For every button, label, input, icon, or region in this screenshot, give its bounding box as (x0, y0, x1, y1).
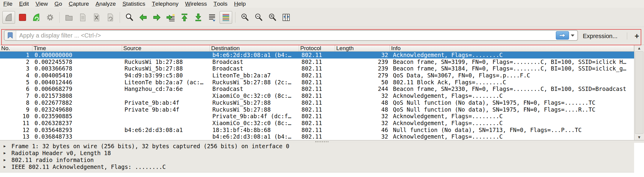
cell-source (122, 120, 210, 127)
go-to-bottom-button[interactable] (192, 11, 205, 24)
column-header-time[interactable]: Time (32, 45, 122, 51)
detail-line[interactable]: ▶802.11 radio information (0, 157, 634, 164)
cell-destination: RuckusWi_5b:27:88 (210, 99, 299, 106)
auto-scroll-button[interactable] (206, 11, 218, 24)
zoom-reset-button[interactable] (266, 11, 279, 24)
cell-protocol: 802.11 (299, 99, 335, 106)
zoom-out-button[interactable] (252, 11, 265, 24)
cell-info: Beacon frame, SN=3199, FN=0, Flags=.....… (390, 58, 634, 65)
column-header-no[interactable]: No. (0, 45, 32, 51)
column-header-info[interactable]: Info (390, 45, 634, 51)
cell-no: 11 (0, 120, 32, 127)
toolbar-separator (235, 12, 235, 23)
pane-splitter[interactable] (0, 140, 644, 143)
packet-row-1[interactable]: 10.000000000b4:e6:2d:d3:08:a1 (b4:…802.1… (0, 52, 634, 58)
column-header-protocol[interactable]: Protocol (299, 45, 335, 51)
restart-capture-button[interactable] (30, 11, 43, 24)
go-forward-button[interactable] (151, 11, 163, 24)
close-file-button[interactable] (90, 11, 103, 24)
cell-destination: b4:e6:2d:d3:08:a1 (b4:… (210, 133, 299, 140)
cell-source: LiteonTe_bb:2a:a7 (ac:… (122, 79, 210, 86)
detail-line[interactable]: ▶IEEE 802.11 Acknowledgement, Flags: ...… (0, 164, 634, 170)
filter-history-caret[interactable] (571, 34, 574, 37)
menu-view[interactable]: View (32, 0, 51, 8)
cell-length: 50 (335, 79, 390, 86)
reload-file-button[interactable] (104, 11, 117, 24)
packet-row-2[interactable]: 20.002245578RuckusWi_1b:27:88Broadcast80… (0, 58, 634, 65)
start-capture-button[interactable] (2, 11, 15, 24)
cell-no: 13 (0, 133, 32, 140)
display-filter-input[interactable] (16, 32, 556, 39)
cell-source: RuckusWi_5b:27:88 (122, 65, 210, 72)
cell-destination: Private_9b:ab:4f (dc:f… (210, 113, 299, 120)
go-back-button[interactable] (137, 11, 149, 24)
packet-row-5[interactable]: 50.004012446LiteonTe_bb:2a:a7 (ac:…Rucku… (0, 79, 634, 86)
expression-button[interactable]: Expression... (583, 27, 618, 45)
packet-row-8[interactable]: 80.022677882Private_9b:ab:4fRuckusWi_5b:… (0, 99, 634, 106)
expand-arrow-icon[interactable]: ▶ (0, 150, 11, 157)
resize-columns-button[interactable] (280, 11, 292, 24)
apply-filter-button[interactable] (556, 31, 569, 40)
packet-row-12[interactable]: 120.035648293b4:e6:2d:d3:08:a118:31:bf:4… (0, 127, 634, 134)
folder-icon (64, 13, 73, 22)
cell-time: 0.035648293 (32, 127, 122, 134)
packet-row-9[interactable]: 90.023249680Private_9b:ab:4fRuckusWi_5b:… (0, 106, 634, 113)
scrollbar-thumb[interactable] (635, 51, 643, 134)
menu-edit[interactable]: Edit (16, 0, 32, 8)
capture-options-button[interactable] (44, 11, 56, 24)
open-file-button[interactable] (63, 11, 75, 24)
cell-protocol: 802.11 (299, 127, 335, 134)
save-file-button[interactable] (76, 11, 89, 24)
detail-text: IEEE 802.11 Acknowledgement, Flags: ....… (11, 164, 166, 170)
packet-row-10[interactable]: 100.023590885Private_9b:ab:4f (dc:f…802.… (0, 113, 634, 120)
go-to-top-button[interactable] (178, 11, 191, 24)
menu-capture[interactable]: Capture (65, 0, 92, 8)
expand-arrow-icon[interactable]: ▶ (0, 164, 11, 170)
scrollbar-down-arrow-icon[interactable]: ▼ (634, 134, 644, 140)
zoom-out-icon (254, 13, 263, 22)
packet-list-scrollbar[interactable]: ▲ ▼ (634, 45, 644, 140)
packet-row-3[interactable]: 30.003366678RuckusWi_5b:27:88Broadcast80… (0, 65, 634, 72)
cell-source: Private_9b:ab:4f (122, 99, 210, 106)
column-header-length[interactable]: Length (335, 45, 390, 51)
expand-arrow-icon[interactable]: ▶ (0, 143, 11, 150)
zoom-in-button[interactable] (238, 11, 251, 24)
filter-bookmark-button[interactable] (4, 31, 16, 40)
cell-source: RuckusWi_1b:27:88 (122, 58, 210, 65)
menu-wireless[interactable]: Wireless (182, 0, 210, 8)
detail-line[interactable]: ▶Radiotap Header v0, Length 18 (0, 150, 634, 157)
packet-row-11[interactable]: 110.026328237XiaomiCo_0c:32:c0 (8c:…802.… (0, 120, 634, 127)
add-filter-button[interactable]: + (631, 27, 643, 45)
packet-row-13[interactable]: 130.036848733b4:e6:2d:d3:08:a1 (b4:…802.… (0, 133, 634, 140)
column-header-destination[interactable]: Destination (210, 45, 299, 51)
cell-info: Beacon frame, SN=2330, FN=0, Flags=.....… (390, 86, 634, 92)
arrow-left-icon (139, 13, 148, 22)
packet-list-body: 10.000000000b4:e6:2d:d3:08:a1 (b4:…802.1… (0, 52, 634, 140)
splitter-handle-icon[interactable] (315, 141, 328, 142)
colorize-packets-button[interactable] (220, 11, 232, 24)
stop-capture-button[interactable] (16, 11, 29, 24)
expand-arrow-icon[interactable]: ▶ (0, 157, 11, 164)
menu-help[interactable]: Help (231, 0, 249, 8)
menu-analyze[interactable]: Analyze (92, 0, 119, 8)
menu-telephony[interactable]: Telephony (148, 0, 182, 8)
find-packet-button[interactable] (123, 11, 136, 24)
cell-length: 239 (335, 65, 390, 72)
packet-row-7[interactable]: 70.021573808XiaomiCo_0c:32:c0 (8c:…802.1… (0, 92, 634, 99)
cell-info: 802.11 Block Ack, Flags=........C (390, 79, 634, 86)
menu-go[interactable]: Go (51, 0, 65, 8)
cell-protocol: 802.11 (299, 120, 335, 127)
cell-length: 244 (335, 86, 390, 92)
cell-no: 3 (0, 65, 32, 72)
go-to-packet-button[interactable] (164, 11, 177, 24)
packet-row-6[interactable]: 60.006068279Hangzhou_cd:7a:6eBroadcast80… (0, 86, 634, 92)
detail-line[interactable]: ▶Frame 1: 32 bytes on wire (256 bits), 3… (0, 143, 634, 150)
packet-row-4[interactable]: 40.00400541094:d9:b3:99:c5:80LiteonTe_bb… (0, 72, 634, 79)
cell-destination: Broadcast (210, 65, 299, 72)
menu-tools[interactable]: Tools (210, 0, 231, 8)
menu-file[interactable]: File (0, 0, 16, 8)
menu-statistics[interactable]: Statistics (119, 0, 148, 8)
scrollbar-up-arrow-icon[interactable]: ▲ (634, 45, 644, 51)
cell-no: 10 (0, 113, 32, 120)
column-header-source[interactable]: Source (122, 45, 210, 51)
